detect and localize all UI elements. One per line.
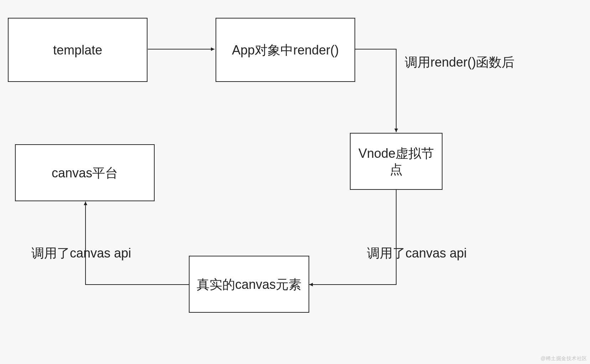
node-vnode: Vnode虚拟节点 — [350, 133, 442, 190]
edge-label-render-to-vnode: 调用render()函数后 — [403, 54, 517, 70]
node-canvas-element-text: 真实的canvas元素 — [197, 276, 301, 292]
node-template: template — [8, 18, 148, 82]
node-app-render: App对象中render() — [216, 18, 355, 82]
node-canvas-platform-text: canvas平台 — [52, 165, 118, 181]
edge-label-vnode-to-canvas-elem: 调用了canvas api — [367, 245, 488, 261]
watermark: @稀土掘金技术社区 — [540, 355, 587, 362]
node-canvas-element: 真实的canvas元素 — [189, 256, 309, 313]
edge-vnode-to-canvas-elem — [309, 190, 396, 285]
edge-render-to-vnode — [354, 49, 396, 132]
node-template-text: template — [53, 42, 102, 58]
node-canvas-platform: canvas平台 — [15, 144, 155, 201]
edge-label-canvas-elem-to-plat: 调用了canvas api — [31, 245, 152, 261]
node-vnode-text: Vnode虚拟节点 — [356, 145, 437, 177]
node-app-render-text: App对象中render() — [232, 42, 339, 58]
edge-canvas-elem-to-plat — [86, 202, 189, 285]
